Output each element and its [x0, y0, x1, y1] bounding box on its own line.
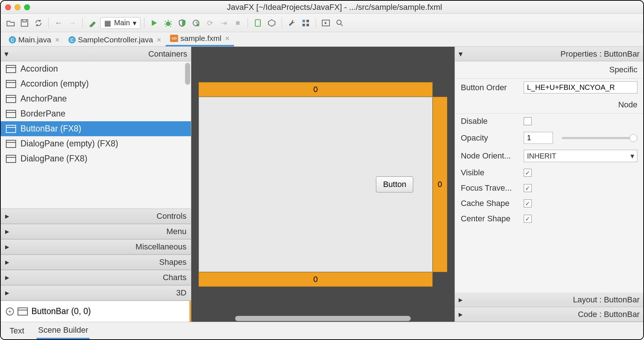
maximize-window-icon[interactable] — [24, 4, 30, 10]
back-icon[interactable]: ← — [52, 17, 65, 29]
run-icon[interactable] — [148, 17, 161, 29]
expand-icon: ▸ — [5, 242, 9, 252]
chevron-down-icon: ▾ — [133, 19, 136, 27]
sdk-icon[interactable] — [265, 17, 278, 29]
cache-checkbox[interactable]: ✓ — [524, 199, 532, 207]
border-guide-bottom[interactable]: 0 — [199, 272, 433, 287]
debug-icon[interactable] — [162, 17, 174, 29]
window-controls — [5, 4, 30, 10]
window-title: JavaFX [~/IdeaProjects/JavaFX] - .../src… — [30, 3, 639, 12]
add-icon[interactable]: + — [6, 307, 14, 316]
wrench-icon[interactable] — [286, 17, 298, 29]
hierarchy-row[interactable]: + ButtonBar (0, 0) — [1, 301, 191, 322]
container-icon — [6, 140, 16, 148]
container-icon — [6, 155, 16, 163]
main-toolbar: ← → ▦ Main ▾ ⟳ ⇥ ■ — [1, 14, 643, 32]
prop-visible: Visible ✓ — [455, 165, 643, 180]
tab-samplecontroller-java[interactable]: C SampleController.java ✕ — [64, 33, 166, 46]
tab-main-java[interactable]: C Main.java ✕ — [4, 33, 64, 46]
library-item-accordion-empty[interactable]: Accordion (empty) — [1, 76, 191, 91]
expand-icon[interactable]: ▸ — [459, 310, 463, 319]
border-guide-right[interactable]: 0 — [433, 97, 447, 272]
expand-icon[interactable]: ▸ — [459, 295, 463, 305]
horizontal-scrollbar[interactable] — [235, 316, 411, 321]
structure-icon[interactable] — [300, 17, 312, 29]
java-class-icon: C — [68, 36, 76, 43]
header-label: Containers — [148, 49, 187, 59]
opacity-slider[interactable] — [562, 137, 637, 139]
tab-sample-fxml[interactable]: </> sample.fxml ✕ — [166, 32, 234, 46]
design-canvas-area: 0 Button 0 0 — [191, 47, 455, 322]
border-guide-top[interactable]: 0 — [199, 82, 433, 97]
hierarchy-label: ButtonBar (0, 0) — [31, 306, 91, 316]
prop-button-order: Button Order — [455, 79, 643, 96]
tab-label: sample.fxml — [180, 34, 221, 43]
scrollbar[interactable] — [185, 63, 190, 85]
canvas-wrap: 0 Button 0 0 — [199, 82, 447, 287]
disable-checkbox[interactable] — [524, 117, 532, 125]
close-icon[interactable]: ✕ — [225, 35, 230, 42]
minimize-window-icon[interactable] — [15, 4, 20, 10]
coverage-icon[interactable] — [176, 17, 188, 29]
expand-icon: ▸ — [5, 288, 9, 298]
svg-rect-6 — [302, 20, 305, 22]
library-item-accordion[interactable]: Accordion — [1, 61, 191, 76]
save-icon[interactable] — [18, 17, 31, 29]
chevron-down-icon: ▾ — [630, 152, 634, 160]
category-charts[interactable]: ▸Charts — [1, 270, 191, 285]
stop-icon[interactable]: ■ — [231, 17, 244, 29]
close-window-icon[interactable] — [5, 4, 11, 10]
category-miscellaneous[interactable]: ▸Miscellaneous — [1, 239, 191, 255]
opacity-input[interactable] — [524, 132, 553, 144]
button-element[interactable]: Button — [376, 176, 413, 192]
properties-header[interactable]: ▾ Properties : ButtonBar — [455, 47, 643, 61]
attach-icon[interactable]: ⟳ — [204, 17, 216, 29]
expand-icon: ▸ — [5, 257, 9, 267]
profiler-icon[interactable] — [190, 17, 202, 29]
library-item-anchorpane[interactable]: AnchorPane — [1, 91, 191, 106]
expand-icon: ▸ — [5, 227, 9, 236]
library-item-borderpane[interactable]: BorderPane — [1, 106, 191, 121]
visible-checkbox[interactable]: ✓ — [524, 169, 532, 177]
category-3d[interactable]: ▸3D — [1, 285, 191, 301]
collapse-icon[interactable]: ▾ — [4, 49, 8, 59]
close-icon[interactable]: ✕ — [55, 37, 60, 43]
preview-icon[interactable] — [320, 17, 332, 29]
avd-icon[interactable] — [252, 17, 264, 29]
library-item-dialogpane[interactable]: DialogPane (FX8) — [1, 151, 191, 166]
forward-icon[interactable]: → — [66, 17, 79, 29]
search-icon[interactable] — [334, 17, 346, 29]
orientation-select[interactable]: INHERIT ▾ — [524, 150, 637, 162]
code-header[interactable]: ▸ Code : ButtonBar — [455, 307, 643, 322]
prop-cache-shape: Cache Shape ✓ — [455, 196, 643, 211]
sync-icon[interactable] — [32, 17, 45, 29]
java-class-icon: C — [9, 36, 16, 43]
svg-rect-8 — [302, 24, 305, 26]
open-icon[interactable] — [4, 17, 17, 29]
mode-text[interactable]: Text — [8, 323, 26, 339]
center-checkbox[interactable]: ✓ — [524, 215, 532, 223]
close-icon[interactable]: ✕ — [157, 37, 161, 43]
tab-label: SampleController.java — [78, 35, 153, 44]
category-shapes[interactable]: ▸Shapes — [1, 255, 191, 270]
svg-rect-5 — [255, 20, 260, 26]
button-order-input[interactable] — [524, 81, 637, 93]
run-config-selector[interactable]: ▦ Main ▾ — [100, 17, 140, 29]
category-menu[interactable]: ▸Menu — [1, 224, 191, 239]
collapse-icon[interactable]: ▾ — [459, 49, 463, 59]
category-controls[interactable]: ▸Controls — [1, 209, 191, 224]
containers-header[interactable]: ▾ Containers — [1, 47, 191, 61]
layout-header[interactable]: ▸ Layout : ButtonBar — [455, 293, 643, 307]
library-item-buttonbar[interactable]: ButtonBar (FX8) — [1, 121, 191, 136]
fxml-file-icon: </> — [170, 35, 178, 42]
focus-checkbox[interactable]: ✓ — [524, 184, 532, 192]
design-surface[interactable]: Button — [199, 97, 433, 272]
step-icon[interactable]: ⇥ — [218, 17, 230, 29]
prop-disable: Disable — [455, 114, 643, 129]
mode-scene-builder[interactable]: Scene Builder — [37, 322, 90, 339]
container-icon — [6, 125, 16, 133]
slider-knob[interactable] — [629, 134, 637, 142]
section-specific: Specific — [455, 61, 643, 79]
build-icon[interactable] — [86, 17, 99, 29]
library-item-dialogpane-empty[interactable]: DialogPane (empty) (FX8) — [1, 136, 191, 151]
